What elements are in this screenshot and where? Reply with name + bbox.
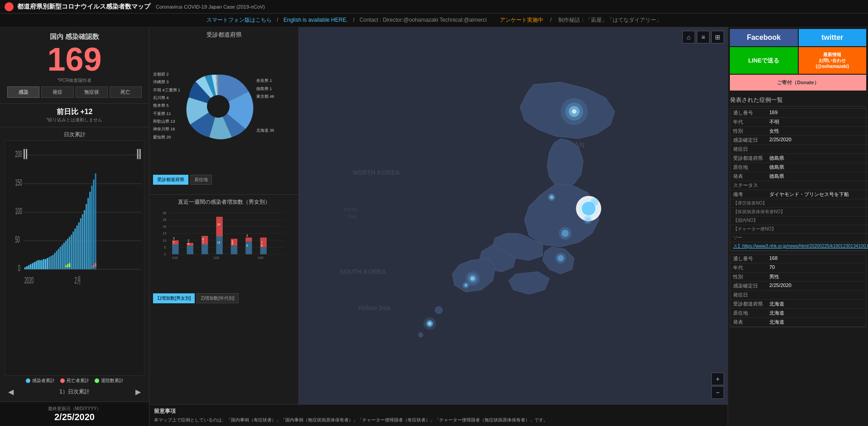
table-row: 発表北海道	[730, 318, 866, 327]
header: 都道府県別新型コロナウイルス感染者数マップ Coronavirus COVID-…	[0, 0, 868, 14]
main-container: 国内 感染確認数 169 *PCR検査陽性者 感染 発症 無症状 死亡 前日比 …	[0, 27, 868, 426]
tab-by-gender[interactable]: 1)増加数[男女別]	[153, 293, 195, 303]
svg-text:0: 0	[18, 263, 20, 273]
svg-rect-16	[36, 261, 37, 269]
svg-text:100: 100	[15, 206, 23, 216]
svg-text:3: 3	[173, 237, 175, 240]
page-subtitle: Coronavirus COVID-19 Japan Case (2019-nC…	[156, 4, 265, 10]
svg-rect-13	[30, 264, 31, 269]
right-panel: Facebook twitter LINEで送る 最新情報お問い合わせ(@ooh…	[728, 27, 868, 426]
chart-legend: 感染者累計 死亡者累計 退院数累計	[5, 376, 144, 386]
svg-rect-60	[139, 149, 141, 159]
facebook-btn[interactable]: Facebook	[730, 29, 798, 46]
svg-rect-50	[93, 265, 94, 268]
zoom-in-btn[interactable]: +	[711, 373, 724, 385]
zoom-out-btn[interactable]: −	[711, 386, 724, 399]
legend-label-infection: 感染者累計	[32, 378, 55, 384]
map-list-btn[interactable]: ≡	[697, 31, 710, 43]
donate-btn[interactable]: ご寄付（Donate）	[730, 75, 866, 91]
table-row: 通し番号169	[730, 109, 868, 118]
svg-rect-39	[78, 222, 80, 269]
map-expand-btn[interactable]: ⊞	[711, 31, 724, 43]
pie-label-okinawa: 沖縄県 3	[153, 79, 180, 85]
svg-text:2/22: 2/22	[214, 256, 220, 259]
line-btn[interactable]: LINEで送る	[730, 47, 798, 74]
notes-title: 留意事項	[154, 407, 723, 415]
weekly-chart-title: 直近一週間の感染者増加数（男女別）	[153, 198, 295, 206]
daily-change-value: 前日比 +12	[7, 107, 142, 117]
pie-section: 受診都道府県 京都府 2 沖縄県 3 不明 4三重県 1 石川県 4 熊本県 5…	[149, 27, 298, 195]
info-btn[interactable]: 最新情報お問い合わせ(@oohamazaki)	[799, 47, 867, 74]
tab-by-age[interactable]: 2)増加数[年代別]	[197, 293, 238, 303]
svg-rect-38	[77, 225, 78, 269]
social-buttons: Facebook twitter LINEで送る 最新情報お問い合わせ(@ooh…	[728, 27, 868, 92]
weekly-tab-buttons: 1)増加数[男女別] 2)増加数[年代別]	[153, 293, 295, 303]
svg-rect-17	[38, 260, 39, 269]
tab-residence[interactable]: 居住地	[190, 175, 212, 185]
table-row: 性別男性	[730, 273, 866, 282]
twitter-btn[interactable]: twitter	[799, 29, 867, 46]
svg-text:25: 25	[163, 218, 167, 222]
svg-text:6: 6	[202, 238, 204, 241]
svg-rect-52	[65, 265, 67, 268]
svg-rect-46	[91, 186, 92, 269]
table-row: 年代不明	[730, 118, 868, 127]
svg-rect-59	[137, 149, 139, 159]
svg-point-142	[550, 196, 553, 199]
nav-english[interactable]: English is available HERE.	[283, 17, 348, 23]
notes-section: 留意事項 本マップ上で症例としているのは、「国内事例（有症状者）」「国内事例（無…	[149, 404, 728, 426]
svg-point-116	[418, 333, 423, 337]
svg-rect-102	[260, 247, 267, 254]
filter-infection[interactable]: 感染	[7, 86, 39, 98]
svg-point-114	[435, 306, 442, 314]
map-home-btn[interactable]: ⌂	[682, 31, 695, 43]
japan-map-svg: NORTH KOREA Korea Bay SOUTH KOREA Yellow…	[299, 27, 728, 426]
nav-contact: Contact : Director:@oohamazaki Technical…	[360, 17, 487, 23]
chart-next-btn[interactable]: ▶	[135, 388, 141, 396]
svg-text:2月: 2月	[75, 275, 81, 285]
chart-nav-label: 1）日次累計	[59, 388, 90, 396]
weekly-chart-svg: 30 25 20 15 10 5 2 7	[153, 208, 295, 289]
tab-visited-prefecture[interactable]: 受診都道府県	[153, 175, 188, 185]
nav-bar: スマートフォン版はこちら / English is available HERE…	[0, 14, 868, 27]
legend-dot-discharged	[95, 378, 99, 383]
svg-text:6: 6	[187, 242, 189, 245]
svg-rect-32	[65, 241, 67, 269]
weekly-chart-section: 直近一週間の感染者増加数（男女別） 30 25 20 15 10 5 2	[149, 195, 298, 426]
svg-rect-21	[45, 259, 46, 269]
svg-point-140	[592, 200, 597, 204]
svg-rect-81	[187, 246, 193, 254]
svg-rect-76	[172, 244, 178, 254]
svg-rect-57	[24, 149, 25, 159]
filter-symptom[interactable]: 発症	[41, 86, 73, 98]
nav-survey[interactable]: アンケート実施中	[500, 17, 543, 23]
svg-rect-19	[41, 260, 43, 269]
nav-smartphone[interactable]: スマートフォン版はこちら	[206, 17, 272, 23]
filter-asymptomatic[interactable]: 無症状	[76, 86, 108, 98]
table-row: 年代70	[730, 263, 866, 273]
chart-title: 日次累計	[5, 131, 144, 139]
svg-rect-94	[231, 246, 237, 254]
svg-rect-26	[54, 253, 55, 269]
pie-label-ishikawa: 石川県 4	[153, 95, 180, 101]
filter-death[interactable]: 死亡	[110, 86, 142, 98]
left-panel: 国内 感染確認数 169 *PCR検査陽性者 感染 発症 無症状 死亡 前日比 …	[0, 27, 149, 426]
svg-rect-10	[24, 267, 26, 269]
svg-rect-36	[72, 231, 74, 269]
pie-label-kumamoto: 熊本県 5	[153, 102, 180, 109]
case-link-169[interactable]: ス】https://www3.nhk.or.jp/news/html/20200…	[733, 244, 868, 249]
chart-prev-btn[interactable]: ◀	[8, 388, 14, 396]
legend-dot-death	[60, 378, 65, 383]
svg-text:15: 15	[163, 231, 167, 235]
case-table-169: 通し番号169 年代不明 性別女性 感染確定日2/25/2020 発症日	[730, 109, 868, 251]
pie-label-aichi: 愛知県 20	[153, 134, 180, 140]
infection-count-section: 国内 感染確認数 169 *PCR検査陽性者 感染 発症 無症状 死亡	[0, 27, 149, 104]
svg-rect-40	[80, 218, 82, 269]
svg-rect-85	[201, 244, 208, 254]
case-card-169: 通し番号169 年代不明 性別女性 感染確定日2/25/2020 発症日	[730, 108, 866, 251]
case-card-168: 通し番号168 年代70 性別男性 感染確定日2/25/2020 発症日	[730, 254, 866, 327]
svg-text:150: 150	[15, 177, 23, 187]
legend-label-discharged: 退院数累計	[101, 378, 124, 384]
svg-text:Korea: Korea	[344, 206, 358, 212]
infection-label: 国内 感染確認数	[7, 33, 142, 41]
